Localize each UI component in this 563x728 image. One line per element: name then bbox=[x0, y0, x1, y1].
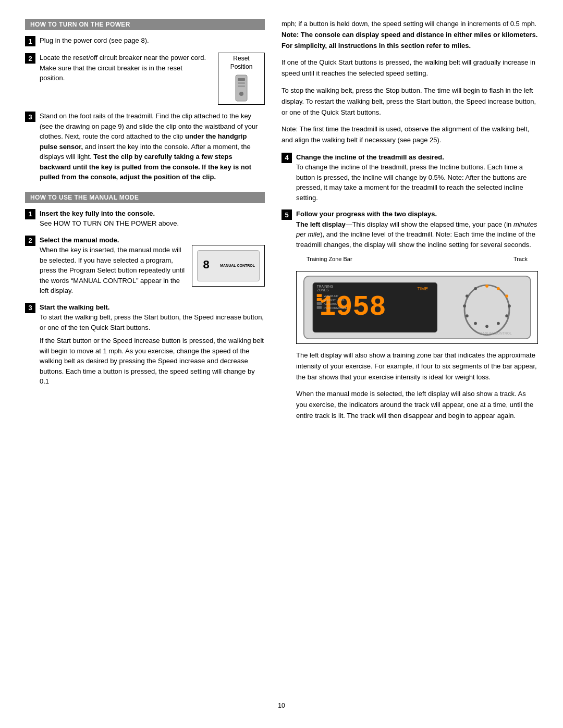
step-r4-bold: Change the incline of the treadmill as d… bbox=[296, 153, 444, 161]
svg-point-20 bbox=[505, 294, 508, 298]
step-2-power: 2 Locate the reset/off circuit breaker n… bbox=[25, 53, 265, 105]
section-header-power: HOW TO TURN ON THE POWER bbox=[25, 19, 265, 30]
svg-text:WEIGHT LOSS: WEIGHT LOSS bbox=[324, 299, 345, 302]
svg-rect-2 bbox=[238, 82, 245, 84]
svg-point-25 bbox=[474, 322, 477, 325]
two-column-layout: HOW TO TURN ON THE POWER 1 Plug in the p… bbox=[25, 19, 538, 688]
svg-rect-1 bbox=[238, 78, 245, 81]
step-num-1: 1 bbox=[25, 36, 35, 46]
sub-text: —This display will show the elapsed time… bbox=[346, 220, 513, 228]
step-m2-bold: Select the manual mode. bbox=[40, 236, 119, 244]
diagram-label-left: Training Zone Bar bbox=[307, 255, 352, 264]
svg-point-18 bbox=[485, 285, 488, 288]
right-para1: If one of the Quick Start buttons is pre… bbox=[282, 57, 538, 79]
svg-point-24 bbox=[485, 325, 488, 328]
step-r5-bold: Follow your progress with the two displa… bbox=[296, 209, 538, 219]
manual-time: 8 bbox=[203, 257, 210, 274]
step-num-m3: 3 bbox=[25, 303, 35, 313]
svg-point-4 bbox=[239, 92, 243, 96]
step-r5-para1: The left display will also show a traini… bbox=[296, 350, 538, 382]
step-2-manual: 2 Select the manual mode. When the key i… bbox=[25, 235, 265, 296]
step-num-3: 3 bbox=[25, 112, 35, 122]
step-5-right: 5 Follow your progress with the two disp… bbox=[282, 209, 538, 427]
step-m1-content: Insert the key fully into the console. S… bbox=[40, 208, 265, 229]
step-2-content: Locate the reset/off circuit breaker nea… bbox=[40, 53, 265, 105]
step-num-2: 2 bbox=[25, 53, 35, 64]
step-m1-bold: Insert the key fully into the console. bbox=[40, 209, 155, 217]
step-num-r5: 5 bbox=[282, 209, 292, 220]
reset-icon-svg bbox=[231, 74, 251, 103]
svg-point-26 bbox=[466, 314, 469, 317]
step-m3-text2: If the Start button or the Speed increas… bbox=[40, 336, 265, 387]
left-column: HOW TO TURN ON THE POWER 1 Plug in the p… bbox=[25, 19, 265, 688]
right-intro: mph; if a button is held down, the speed… bbox=[282, 19, 538, 51]
step-m2-row: When the key is inserted, the manual mod… bbox=[40, 245, 265, 296]
right-para2: To stop the walking belt, press the Stop… bbox=[282, 85, 538, 118]
console-svg: 1958 TIME TRAINING ZONES bbox=[303, 274, 532, 341]
step-2-row: Locate the reset/off circuit breaker nea… bbox=[40, 53, 265, 105]
step-3-content: Stand on the foot rails of the treadmill… bbox=[40, 111, 265, 182]
step-r5-para2: When the manual mode is selected, the le… bbox=[296, 389, 538, 421]
console-diagram-wrap: Training Zone Bar Track 1958 bbox=[296, 255, 538, 344]
sub-text2: ), and the incline level of the treadmil… bbox=[296, 230, 535, 249]
step-r4-text: To change the incline of the treadmill, … bbox=[296, 162, 538, 203]
svg-rect-3 bbox=[238, 85, 245, 87]
page-number: 10 bbox=[25, 698, 538, 709]
svg-point-21 bbox=[508, 304, 511, 307]
step-m2-content: Select the manual mode. When the key is … bbox=[40, 235, 265, 296]
intro-bold: Note: The console can display speed and … bbox=[282, 31, 537, 50]
svg-text:TRAINING: TRAINING bbox=[316, 285, 333, 288]
step-num-m2: 2 bbox=[25, 236, 35, 246]
sub-bold: The left display bbox=[296, 220, 346, 228]
console-time-label: TIME bbox=[417, 286, 428, 291]
reset-label-line1: Reset bbox=[233, 55, 249, 62]
step-1-power: 1 Plug in the power cord (see page 8). bbox=[25, 35, 265, 46]
section-manual: HOW TO USE THE MANUAL MODE 1 Insert the … bbox=[25, 192, 265, 390]
step-m3-bold: Start the walking belt. bbox=[40, 303, 109, 311]
right-column: mph; if a button is held down, the speed… bbox=[282, 19, 538, 688]
step-1-content: Plug in the power cord (see page 8). bbox=[40, 35, 265, 46]
svg-text:MANUAL CONTROL: MANUAL CONTROL bbox=[479, 331, 511, 335]
step-r5-content: Follow your progress with the two displa… bbox=[296, 209, 538, 427]
svg-text:AEROBIC: AEROBIC bbox=[324, 302, 337, 305]
reset-label-line2: Position bbox=[230, 63, 253, 70]
svg-point-28 bbox=[466, 294, 469, 298]
page: HOW TO TURN ON THE POWER 1 Plug in the p… bbox=[0, 0, 563, 728]
svg-rect-11 bbox=[316, 302, 322, 305]
section-power: HOW TO TURN ON THE POWER 1 Plug in the p… bbox=[25, 19, 265, 182]
step-r4-content: Change the incline of the treadmill as d… bbox=[296, 152, 538, 203]
step-3-power: 3 Stand on the foot rails of the treadmi… bbox=[25, 111, 265, 182]
step-m3-content: Start the walking belt. To start the wal… bbox=[40, 302, 265, 390]
svg-rect-12 bbox=[316, 306, 322, 309]
step-2-text-block: Locate the reset/off circuit breaker nea… bbox=[40, 53, 207, 83]
manual-diagram: 8 MANUAL CONTROL bbox=[192, 245, 265, 287]
intro-text1: mph; if a button is held down, the speed… bbox=[282, 20, 536, 28]
step-r5-subdisplay: The left display—This display will show … bbox=[296, 219, 538, 250]
svg-point-22 bbox=[505, 314, 508, 317]
section-header-manual: HOW TO USE THE MANUAL MODE bbox=[25, 192, 265, 203]
manual-diagram-inner: 8 MANUAL CONTROL bbox=[197, 250, 260, 281]
step-m2-text: When the key is inserted, the manual mod… bbox=[40, 245, 186, 296]
console-diagram-labels: Training Zone Bar Track bbox=[296, 255, 538, 266]
svg-text:ZONES: ZONES bbox=[316, 288, 328, 292]
reset-label: Reset Position bbox=[230, 55, 253, 71]
step-1-text: Plug in the power cord (see page 8). bbox=[40, 36, 149, 44]
manual-control-label: MANUAL CONTROL bbox=[220, 263, 255, 268]
step-2-text: Locate the reset/off circuit breaker nea… bbox=[40, 54, 206, 82]
step-m1-text: See HOW TO TURN ON THE POWER above. bbox=[40, 219, 179, 227]
svg-rect-10 bbox=[316, 298, 322, 301]
step-m3-text1: To start the walking belt, press the Sta… bbox=[40, 312, 265, 332]
step-1-manual: 1 Insert the key fully into the console.… bbox=[25, 208, 265, 229]
step-4-right: 4 Change the incline of the treadmill as… bbox=[282, 152, 538, 203]
console-diagram: 1958 TIME TRAINING ZONES bbox=[296, 271, 538, 344]
svg-text:WARM-UP: WARM-UP bbox=[324, 294, 338, 298]
svg-point-19 bbox=[497, 287, 500, 290]
step-num-r4: 4 bbox=[282, 153, 292, 163]
diagram-label-right: Track bbox=[513, 255, 528, 264]
right-para3: Note: The first time the treadmill is us… bbox=[282, 124, 538, 146]
svg-text:PERFORMANCE: PERFORMANCE bbox=[324, 306, 347, 310]
svg-rect-9 bbox=[316, 294, 322, 297]
step-num-m1: 1 bbox=[25, 209, 35, 219]
reset-diagram: Reset Position bbox=[218, 53, 265, 105]
svg-point-27 bbox=[463, 304, 466, 307]
